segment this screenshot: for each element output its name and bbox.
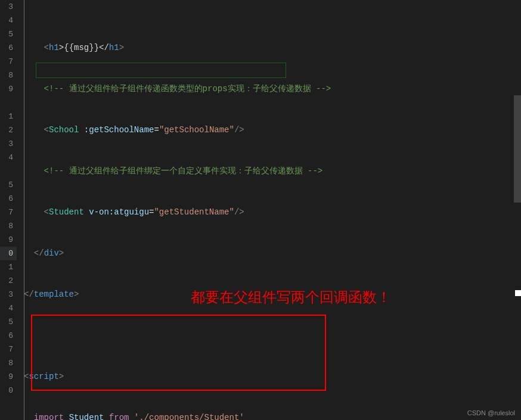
line-number: 3 [0, 137, 17, 151]
scrollbar-thumb[interactable] [514, 95, 521, 203]
code-line[interactable]: <Student v-on:atguigu="getStudentName"/> [24, 206, 521, 219]
code-editor[interactable]: 3 4 5 6 7 8 9 1 2 3 4 5 6 7 8 9 0 1 2 3 … [0, 0, 521, 420]
code-line[interactable]: import Student from './components/Studen… [24, 411, 521, 420]
line-number: 6 [0, 192, 17, 206]
code-line[interactable]: <script> [24, 370, 521, 384]
code-area[interactable]: <h1>{{msg}}</h1> <!-- 通过父组件给子组件传递函数类型的pr… [17, 0, 521, 420]
line-number: 3 [0, 288, 17, 301]
line-number: 2 [0, 274, 17, 288]
code-line[interactable]: <School :getSchoolName="getSchoolName"/> [24, 123, 521, 137]
line-number: 7 [0, 343, 17, 356]
code-line[interactable]: <!-- 通过父组件给子组件传递函数类型的props实现：子给父传递数据 --> [24, 82, 521, 96]
line-number: 3 [0, 0, 17, 14]
line-number: 4 [0, 14, 17, 27]
line-number [0, 164, 17, 178]
code-line[interactable]: </div> [24, 247, 521, 260]
line-number: 9 [0, 370, 17, 384]
line-number: 8 [0, 219, 17, 233]
line-number: 8 [0, 69, 17, 82]
line-number: 5 [0, 27, 17, 41]
line-number: 4 [0, 151, 17, 164]
line-number: 6 [0, 329, 17, 343]
line-number: 7 [0, 55, 17, 69]
line-number: 0 [0, 384, 17, 397]
line-number: 9 [0, 82, 17, 96]
line-number: 9 [0, 233, 17, 247]
line-number: 6 [0, 41, 17, 55]
code-line[interactable]: <!-- 通过父组件给子组件绑定一个自定义事件实现：子给父传递数据 --> [24, 164, 521, 178]
line-number: 1 [0, 260, 17, 274]
code-line[interactable] [24, 329, 521, 343]
minimap-marker [515, 290, 521, 296]
line-number: 8 [0, 356, 17, 370]
line-number-gutter: 3 4 5 6 7 8 9 1 2 3 4 5 6 7 8 9 0 1 2 3 … [0, 0, 17, 420]
line-number: 1 [0, 110, 17, 123]
line-number: 7 [0, 206, 17, 219]
line-number: 2 [0, 123, 17, 137]
line-number: 4 [0, 301, 17, 315]
line-number: 5 [0, 178, 17, 192]
code-line[interactable]: </template> [24, 288, 521, 301]
line-number [0, 96, 17, 110]
code-line[interactable]: <h1>{{msg}}</h1> [24, 41, 521, 55]
watermark: CSDN @ruleslol [467, 409, 515, 416]
line-number: 5 [0, 315, 17, 329]
line-number-current: 0 [0, 247, 17, 260]
